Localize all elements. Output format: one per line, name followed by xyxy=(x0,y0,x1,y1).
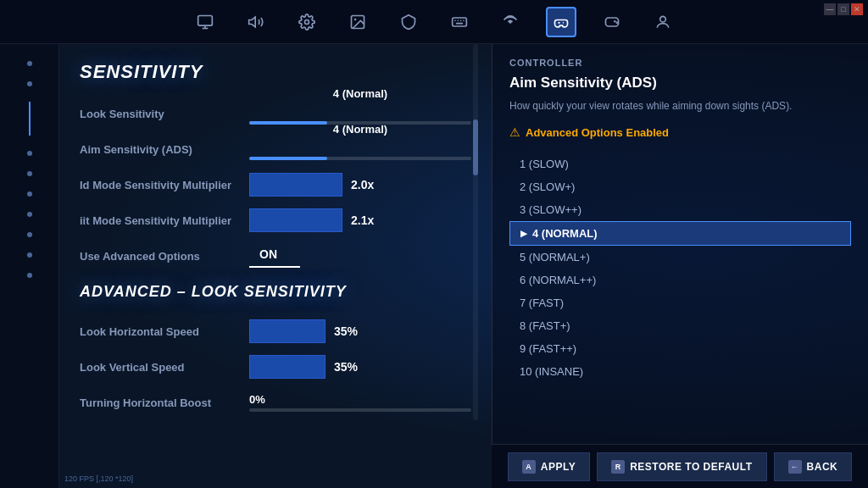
advanced-options-toggle[interactable]: ON xyxy=(249,244,300,264)
settings-icon[interactable] xyxy=(292,7,322,37)
id-mode-label: Id Mode Sensitivity Multiplier xyxy=(80,179,249,191)
monitor-icon[interactable] xyxy=(190,7,220,37)
dropdown-item-label: 2 (SLOW+) xyxy=(520,180,575,193)
look-sensitivity-label: Look Sensitivity xyxy=(80,108,249,120)
main-content: SENSITIVITY Look Sensitivity 4 (Normal) … xyxy=(59,44,492,488)
controller-icon[interactable] xyxy=(546,7,576,37)
apply-icon: A xyxy=(522,460,536,474)
advanced-options-control[interactable]: ON xyxy=(249,244,471,268)
id-mode-bar[interactable] xyxy=(249,173,342,197)
title-bar: — □ ✕ xyxy=(819,0,868,19)
iit-mode-bar[interactable] xyxy=(249,208,342,232)
look-horizontal-bar[interactable] xyxy=(249,319,326,343)
restore-label: RESTORE TO DEFAULT xyxy=(630,461,752,473)
warning-icon: ⚠ xyxy=(509,125,520,139)
iit-mode-label: iit Mode Sensitivity Multiplier xyxy=(80,214,249,227)
gamepad-icon[interactable] xyxy=(597,7,627,37)
image-icon[interactable] xyxy=(342,7,373,37)
look-vertical-control[interactable]: 35% xyxy=(249,355,471,379)
dropdown-item[interactable]: 9 (FAST++) xyxy=(509,337,851,360)
svg-point-20 xyxy=(660,16,666,22)
right-panel: CONTROLLER Aim Sensitivity (ADS) How qui… xyxy=(492,44,868,444)
svg-point-19 xyxy=(616,21,619,24)
dropdown-item-label: 8 (FAST+) xyxy=(520,319,570,332)
dropdown-item[interactable]: ▶4 (NORMAL) xyxy=(509,221,851,246)
id-mode-control[interactable]: 2.0x xyxy=(249,173,471,197)
dropdown-item-label: 9 (FAST++) xyxy=(520,342,576,355)
look-vertical-value: 35% xyxy=(334,360,358,374)
network-icon[interactable] xyxy=(495,7,526,37)
look-horizontal-value: 35% xyxy=(334,324,358,338)
sidebar-dot xyxy=(27,171,32,176)
dropdown-item[interactable]: 3 (SLOW++) xyxy=(509,198,851,221)
look-horizontal-row: Look Horizontal Speed 35% xyxy=(80,318,471,345)
sidebar-active-indicator xyxy=(29,102,31,136)
aim-sensitivity-track[interactable] xyxy=(249,157,471,160)
dropdown-item[interactable]: 1 (SLOW) xyxy=(509,152,851,175)
user-icon[interactable] xyxy=(648,7,678,37)
restore-button[interactable]: R RESTORE TO DEFAULT xyxy=(597,452,766,481)
warning-text: Advanced Options Enabled xyxy=(526,126,669,139)
back-button[interactable]: ← BACK xyxy=(774,452,853,481)
sidebar-dot xyxy=(27,81,32,86)
dropdown-item-label: 3 (SLOW++) xyxy=(520,203,581,216)
maximize-button[interactable]: □ xyxy=(837,3,849,15)
keyboard-icon[interactable] xyxy=(444,7,475,37)
options-list: 1 (SLOW)2 (SLOW+)3 (SLOW++)▶4 (NORMAL)5 … xyxy=(509,152,851,383)
look-horizontal-control[interactable]: 35% xyxy=(249,319,471,343)
look-sensitivity-value: 4 (Normal) xyxy=(333,87,387,100)
svg-point-18 xyxy=(614,19,616,22)
sensitivity-title: SENSITIVITY xyxy=(80,61,471,83)
dropdown-item-label: 4 (NORMAL) xyxy=(532,227,598,240)
sidebar-dot xyxy=(27,273,32,278)
sidebar-dot xyxy=(27,252,32,258)
scrollbar-track[interactable] xyxy=(473,44,478,420)
iit-mode-control[interactable]: 2.1x xyxy=(249,208,471,232)
dropdown-item[interactable]: 2 (SLOW+) xyxy=(509,175,851,198)
apply-button[interactable]: A APPLY xyxy=(508,452,590,481)
svg-rect-7 xyxy=(453,18,467,26)
dropdown-item[interactable]: 8 (FAST+) xyxy=(509,314,851,337)
dropdown-item[interactable]: 7 (FAST) xyxy=(509,291,851,314)
sidebar-dot xyxy=(27,61,32,66)
close-button[interactable]: ✕ xyxy=(851,3,863,15)
look-vertical-bar[interactable] xyxy=(249,355,326,379)
minimize-button[interactable]: — xyxy=(824,3,836,15)
dropdown-item[interactable]: 6 (NORMAL++) xyxy=(509,269,851,291)
turning-horizontal-control[interactable]: 0% xyxy=(249,393,471,412)
panel-category: CONTROLLER xyxy=(509,58,851,68)
advanced-options-row: Use Advanced Options ON xyxy=(80,242,471,269)
aim-sensitivity-control[interactable]: 4 (Normal) xyxy=(249,138,471,160)
aim-sensitivity-value: 4 (Normal) xyxy=(333,123,387,136)
scrollbar-thumb[interactable] xyxy=(473,119,478,176)
aim-sensitivity-label: Aim Sensitivity (ADS) xyxy=(80,143,249,156)
dropdown-item-label: 1 (SLOW) xyxy=(520,158,569,170)
warning-row: ⚠ Advanced Options Enabled xyxy=(509,125,851,139)
dropdown-item[interactable]: 10 (INSANE) xyxy=(509,360,851,383)
look-vertical-row: Look Vertical Speed 35% xyxy=(80,353,471,380)
dropdown-item-label: 10 (INSANE) xyxy=(520,365,583,378)
id-mode-row: Id Mode Sensitivity Multiplier 2.0x xyxy=(80,171,471,198)
aim-sensitivity-fill xyxy=(249,157,327,160)
dropdown-item[interactable]: 5 (NORMAL+) xyxy=(509,246,851,269)
svg-marker-3 xyxy=(249,17,256,27)
id-mode-value: 2.0x xyxy=(351,178,374,191)
look-sensitivity-control[interactable]: 4 (Normal) xyxy=(249,103,471,125)
turning-horizontal-track[interactable] xyxy=(249,408,471,412)
panel-title: Aim Sensitivity (ADS) xyxy=(509,75,851,92)
iit-mode-row: iit Mode Sensitivity Multiplier 2.1x xyxy=(80,207,471,234)
iit-mode-value: 2.1x xyxy=(351,214,374,227)
fps-counter: 120 FPS [,120 *120] xyxy=(64,474,133,483)
advanced-options-label: Use Advanced Options xyxy=(80,250,249,263)
privacy-icon[interactable] xyxy=(393,7,424,37)
apply-label: APPLY xyxy=(541,461,576,473)
turning-horizontal-value: 0% xyxy=(249,393,265,406)
dropdown-item-label: 7 (FAST) xyxy=(520,297,564,309)
turning-horizontal-row: Turning Horizontal Boost 0% xyxy=(80,389,471,416)
advanced-look-title: ADVANCED – LOOK SENSITIVITY xyxy=(80,283,471,301)
audio-icon[interactable] xyxy=(241,7,271,37)
panel-description: How quickly your view rotates while aimi… xyxy=(509,98,851,114)
sidebar-dot xyxy=(27,232,32,237)
svg-point-4 xyxy=(305,19,309,24)
aim-sensitivity-row: Aim Sensitivity (ADS) 4 (Normal) xyxy=(80,136,471,163)
